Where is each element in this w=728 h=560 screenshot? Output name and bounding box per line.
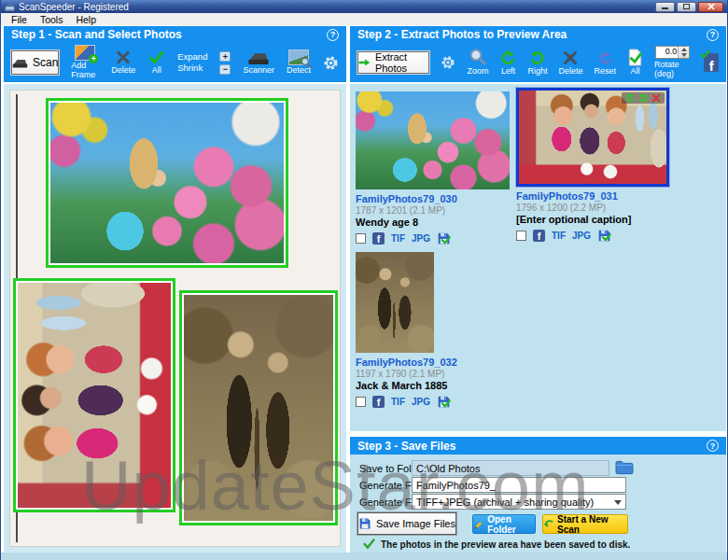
facebook-icon[interactable]: f — [372, 232, 385, 245]
rotate-degrees-group: 0.0 Rotate (deg) — [654, 46, 691, 79]
thumbnail-3-checkbox[interactable] — [356, 397, 366, 407]
photo-frame-1[interactable] — [46, 98, 288, 268]
facebook-icon[interactable]: f — [372, 396, 385, 408]
rotate-degrees-spinner[interactable]: 0.0 — [655, 46, 690, 59]
extract-photos-button[interactable]: Extract Photos — [357, 51, 429, 74]
tif-label[interactable]: TIF — [391, 397, 405, 407]
saved-disk-icon — [597, 229, 611, 243]
start-new-scan-label: Start a New Scan — [557, 514, 627, 535]
step2-settings-button[interactable] — [441, 55, 455, 70]
toolbar-reset[interactable]: Reset — [594, 49, 616, 77]
facebook-icon[interactable]: f — [533, 230, 545, 242]
tif-label[interactable]: TIF — [552, 231, 566, 241]
thumbnail-1-filename: FamilyPhotos79_030 — [356, 193, 512, 204]
floppy-disk-icon — [358, 517, 371, 530]
folder-icon — [615, 459, 634, 475]
rotate-left-label: Left — [501, 67, 515, 77]
jpg-label[interactable]: JPG — [412, 233, 430, 244]
file-type-dropdown[interactable]: TIFF+JPEG (archival + sharing quality) — [412, 494, 626, 510]
thumbnail-1-image[interactable] — [356, 91, 510, 189]
expand-button[interactable]: + — [219, 51, 231, 62]
toolbar-rotate-right[interactable]: Right — [527, 49, 547, 77]
maximize-button[interactable] — [677, 2, 696, 12]
minimize-button[interactable] — [655, 2, 675, 12]
photo-frame-3[interactable] — [179, 290, 338, 525]
mini-rotate-right-icon[interactable] — [638, 93, 648, 103]
facebook-check-icon — [700, 49, 710, 60]
toolbar-scanner[interactable]: Scanner — [243, 49, 274, 76]
minimize-icon — [662, 7, 668, 9]
toolbar-rotate-left[interactable]: Left — [499, 49, 516, 77]
menu-tools[interactable]: Tools — [35, 14, 68, 25]
dropdown-arrow-icon — [614, 500, 622, 505]
thumbnail-2-caption[interactable]: [Enter optional caption] — [516, 214, 680, 225]
thumbnail-1-caption[interactable]: Wendy age 8 — [356, 217, 512, 228]
jpg-label[interactable]: JPG — [572, 231, 591, 241]
mini-rotate-left-icon[interactable] — [625, 93, 635, 103]
title-bar: ScanSpeeder - Registered — [1, 0, 727, 13]
rotate-degrees-value: 0.0 — [656, 47, 678, 58]
expand-shrink-buttons: + − — [219, 51, 231, 75]
step1-help-icon[interactable]: ? — [327, 29, 339, 41]
scanned-photo-girls-rotated — [18, 283, 171, 508]
file-type-value: TIFF+JPEG (archival + sharing quality) — [416, 497, 594, 508]
step1-toolbar: Scan + Add Frame Delete All Expand Shrin… — [4, 43, 346, 82]
green-check-icon — [147, 49, 165, 65]
save-image-files-label: Save Image Files — [376, 518, 455, 529]
toolbar-delete-frame[interactable]: Delete — [111, 49, 135, 76]
spinner-arrows[interactable] — [678, 47, 689, 58]
shrink-label: Shrink — [177, 63, 203, 73]
photo-frame-2[interactable] — [13, 278, 175, 512]
start-new-scan-button[interactable]: Start a New Scan — [542, 514, 628, 534]
jpg-label[interactable]: JPG — [412, 397, 430, 407]
scanner-device-icon — [247, 49, 270, 65]
menu-file[interactable]: File — [7, 14, 32, 25]
prefix-input[interactable]: FamilyPhotos79_ — [412, 477, 626, 493]
document-check-icon — [627, 49, 643, 66]
save-image-files-button[interactable]: Save Image Files — [357, 512, 456, 535]
prefix-value: FamilyPhotos79_ — [416, 480, 496, 491]
toolbar-zoom[interactable]: Zoom — [467, 49, 488, 77]
browse-folder-button[interactable] — [615, 459, 634, 479]
save-all-label: All — [630, 67, 639, 77]
select-all-label: All — [152, 66, 161, 76]
scanned-photo-sepia — [184, 295, 333, 521]
thumbnail-2-checkbox[interactable] — [516, 231, 526, 241]
close-button[interactable] — [698, 2, 723, 12]
toolbar-add-frame[interactable]: + Add Frame — [71, 45, 99, 80]
tif-label[interactable]: TIF — [391, 233, 405, 244]
thumbnail-3[interactable]: FamilyPhotos79_032 1197 x 1790 (2.1 MP) … — [356, 252, 512, 409]
facebook-upload-button[interactable]: f — [704, 53, 719, 72]
close-icon — [707, 3, 715, 10]
step2-help-icon[interactable]: ? — [707, 29, 719, 41]
delete-photo-label: Delete — [558, 67, 582, 77]
toolbar-select-all[interactable]: All — [147, 49, 165, 76]
scan-button[interactable]: Scan — [11, 50, 59, 75]
thumbnail-2-image[interactable] — [516, 88, 669, 187]
thumbnail-3-dimensions: 1197 x 1790 (2.1 MP) — [356, 369, 512, 379]
thumbnail-3-caption[interactable]: Jack & March 1885 — [356, 380, 512, 391]
step3-help-icon[interactable]: ? — [707, 440, 719, 452]
step1-settings-button[interactable] — [323, 55, 339, 71]
thumbnail-1[interactable]: FamilyPhotos79_030 1787 x 1201 (2.1 MP) … — [356, 91, 512, 245]
spinner-up-icon — [681, 48, 687, 51]
step2-title: Step 2 - Extract Photos to Preview Area — [357, 28, 567, 41]
scan-area — [4, 84, 346, 553]
toolbar-save-all[interactable]: All — [627, 49, 643, 77]
open-folder-button[interactable]: Open Folder — [472, 514, 536, 534]
gear-icon — [441, 55, 455, 70]
mini-delete-icon[interactable] — [651, 93, 661, 103]
menu-help[interactable]: Help — [71, 14, 101, 25]
save-to-folder-field[interactable]: C:\Old Photos — [412, 460, 609, 476]
step2-header: Step 2 - Extract Photos to Preview Area … — [350, 26, 726, 43]
shrink-button[interactable]: − — [219, 64, 231, 75]
new-scan-arrow-icon — [543, 519, 554, 529]
add-frame-icon: + — [75, 45, 95, 61]
toolbar-delete-photo[interactable]: Delete — [558, 49, 582, 77]
thumbnail-3-image[interactable] — [356, 252, 434, 353]
thumbnail-2[interactable]: FamilyPhotos79_031 1796 x 1200 (2.2 MP) … — [516, 88, 680, 243]
thumbnail-1-checkbox[interactable] — [356, 233, 366, 244]
toolbar-detect[interactable]: Detect — [287, 49, 311, 76]
step1-header: Step 1 - Scan and Select Photos ? — [4, 26, 346, 43]
maximize-icon — [683, 4, 690, 9]
